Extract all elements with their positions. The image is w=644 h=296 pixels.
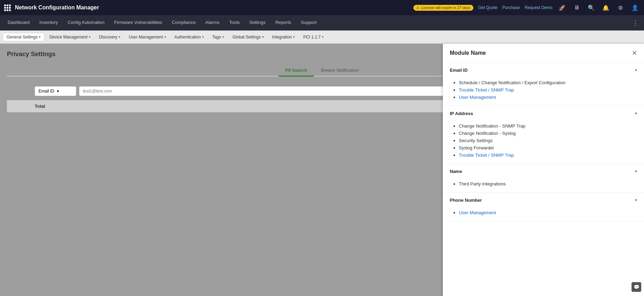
search-select-label: Email ID [38, 89, 54, 94]
nav-settings[interactable]: Settings [244, 15, 271, 31]
settings-icon[interactable]: ⚙ [616, 3, 625, 12]
header-actions: ⚠ License will expire in 27 days Get Quo… [413, 3, 640, 12]
accordion-ip-address: IP Address ▾ Change Notification - SNMP … [443, 106, 644, 164]
accordion-body-phone-number: User Management [443, 208, 644, 221]
accordion-header-email-id[interactable]: Email ID ▾ [443, 63, 644, 78]
accordion-header-name[interactable]: Name ▾ [443, 164, 644, 179]
item-link[interactable]: User Management [459, 210, 496, 215]
chevron-down-icon: ▾ [635, 169, 637, 174]
chevron-down-icon: ▾ [262, 35, 264, 39]
get-quote-link[interactable]: Get Quote [478, 5, 497, 10]
sub-nav-discovery[interactable]: Discovery ▾ [95, 33, 124, 41]
sub-nav-tags[interactable]: Tags ▾ [209, 33, 227, 41]
chevron-down-icon: ▾ [635, 68, 637, 72]
accordion-title-email-id: Email ID [450, 68, 467, 73]
accordion-phone-number: Phone Number ▾ User Management [443, 193, 644, 221]
sub-nav-user-management[interactable]: User Management ▾ [125, 33, 170, 41]
sub-nav-label: Tags [212, 35, 221, 40]
chevron-down-icon: ▾ [89, 35, 91, 39]
list-item: User Management [459, 94, 637, 101]
nav-config-automation[interactable]: Config Automation [63, 15, 109, 31]
nav-reports[interactable]: Reports [271, 15, 296, 31]
user-icon[interactable]: 👤 [630, 3, 640, 12]
monitor-icon[interactable]: 🖥 [572, 3, 582, 12]
sub-nav-pci[interactable]: PCI 1.1.7 ▾ [300, 33, 327, 41]
chevron-down-icon: ▾ [222, 35, 224, 39]
sub-nav: General Settings ▾ Device Management ▾ D… [0, 31, 644, 44]
app-title: Network Configuration Manager [15, 5, 409, 11]
nav-support[interactable]: Support [296, 15, 322, 31]
nav-more-icon[interactable]: ⋮ [629, 19, 641, 27]
rocket-icon[interactable]: 🚀 [557, 3, 567, 12]
accordion-body-email-id: Schedule / Change Notification / Export … [443, 78, 644, 106]
panel-header: Module Name ✕ [443, 44, 644, 63]
sub-nav-device-management[interactable]: Device Management ▾ [46, 33, 94, 41]
item-link[interactable]: Trouble Ticket / SNMP Trap [459, 87, 514, 93]
sub-nav-label: General Settings [7, 35, 37, 40]
nav-dashboard[interactable]: Dashboard [3, 15, 35, 31]
chat-icon[interactable]: 💬 [632, 282, 641, 292]
accordion-title-name: Name [450, 169, 462, 174]
chevron-down-icon: ▾ [119, 35, 120, 39]
nav-alarms[interactable]: Alarms [200, 15, 224, 31]
nav-tools[interactable]: Tools [224, 15, 244, 31]
list-item: Schedule / Change Notification / Export … [459, 79, 637, 86]
search-select[interactable]: Email ID ▾ [35, 86, 76, 96]
accordion-title-ip-address: IP Address [450, 111, 473, 116]
list-item: Third Party Integrations [459, 180, 637, 188]
total-label: Total [35, 104, 45, 109]
item-text: Security Settings [459, 138, 493, 143]
accordion-body-name: Third Party Integrations [443, 179, 644, 192]
accordion-name: Name ▾ Third Party Integrations [443, 164, 644, 193]
tab-breach-notification[interactable]: Breach Notification [314, 65, 366, 77]
chevron-down-icon: ▾ [635, 111, 637, 116]
list-item: Trouble Ticket / SNMP Trap [459, 151, 637, 159]
main-content: Privacy Settings PII Search Breach Notif… [0, 44, 644, 296]
request-demo-link[interactable]: Request Demo [525, 5, 552, 10]
chevron-down-icon: ▾ [202, 35, 204, 39]
chevron-down-icon: ▾ [164, 35, 166, 39]
sub-nav-label: Authentication [174, 35, 201, 40]
sub-nav-label: Discovery [99, 35, 117, 40]
license-text: License will expire in 27 days [421, 6, 470, 10]
sub-nav-authentication[interactable]: Authentication ▾ [171, 33, 207, 41]
chevron-down-icon: ▾ [39, 35, 41, 39]
sub-nav-label: PCI 1.1.7 [303, 35, 320, 40]
chevron-down-icon: ▾ [322, 35, 324, 39]
item-text: Schedule / Change Notification / Export … [459, 80, 566, 85]
sub-nav-general-settings[interactable]: General Settings ▾ [3, 33, 44, 41]
list-item: Syslog Forwarder [459, 144, 637, 151]
item-text: Third Party Integrations [459, 181, 506, 186]
purchase-link[interactable]: Purchase [502, 5, 520, 10]
warning-icon: ⚠ [416, 6, 420, 10]
top-header: Network Configuration Manager ⚠ License … [0, 0, 644, 15]
close-button[interactable]: ✕ [632, 50, 637, 56]
sub-nav-label: User Management [129, 35, 163, 40]
item-text: Change Notification - Syslog [459, 131, 516, 136]
sub-nav-label: Device Management [49, 35, 87, 40]
accordion-body-ip-address: Change Notification - SNMP Trap Change N… [443, 121, 644, 164]
list-item: Trouble Ticket / SNMP Trap [459, 86, 637, 94]
accordion-email-id: Email ID ▾ Schedule / Change Notificatio… [443, 63, 644, 106]
dropdown-icon: ▾ [57, 89, 59, 94]
sub-nav-integration[interactable]: Integration ▾ [269, 33, 299, 41]
search-icon[interactable]: 🔍 [586, 3, 596, 12]
grid-icon[interactable] [4, 5, 11, 11]
item-link[interactable]: User Management [459, 95, 496, 100]
bell-icon[interactable]: 🔔 [601, 3, 611, 12]
nav-compliance[interactable]: Compliance [167, 15, 201, 31]
tab-pii-search[interactable]: PII Search [278, 65, 314, 77]
sub-nav-label: Integration [272, 35, 292, 40]
nav-inventory[interactable]: Inventory [35, 15, 63, 31]
accordion-header-ip-address[interactable]: IP Address ▾ [443, 106, 644, 121]
nav-firmware[interactable]: Firmware Vulnerabilities [109, 15, 167, 31]
nav-bar: Dashboard Inventory Config Automation Fi… [0, 15, 644, 31]
chevron-down-icon: ▾ [293, 35, 295, 39]
accordion-header-phone-number[interactable]: Phone Number ▾ [443, 193, 644, 208]
item-link[interactable]: Trouble Ticket / SNMP Trap [459, 153, 514, 158]
license-badge: ⚠ License will expire in 27 days [413, 5, 473, 11]
item-text: Change Notification - SNMP Trap [459, 123, 525, 129]
module-panel: Module Name ✕ Email ID ▾ Schedule / Chan… [443, 44, 644, 296]
sub-nav-label: Global Settings [232, 35, 260, 40]
sub-nav-global-settings[interactable]: Global Settings ▾ [229, 33, 267, 41]
